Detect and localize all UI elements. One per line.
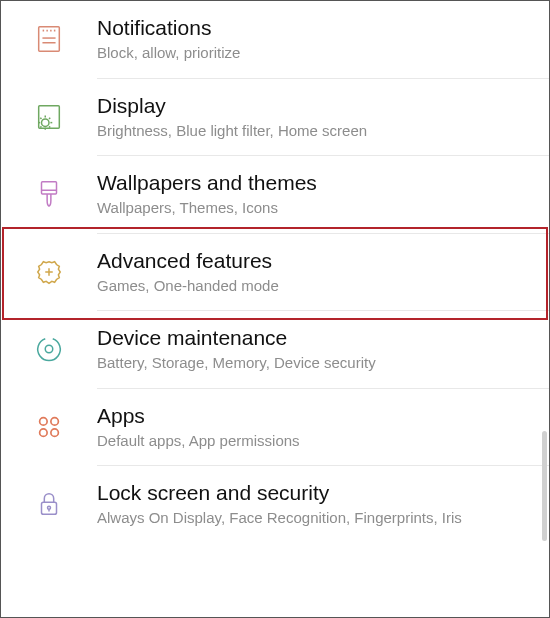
settings-item-wallpapers[interactable]: Wallpapers and themes Wallpapers, Themes… [1, 156, 549, 233]
svg-rect-26 [42, 502, 57, 514]
settings-item-advanced[interactable]: Advanced features Games, One-handed mode [1, 234, 549, 311]
settings-item-subtitle: Default apps, App permissions [97, 431, 533, 451]
settings-item-subtitle: Games, One-handed mode [97, 276, 533, 296]
power-circle-icon [1, 334, 97, 364]
settings-item-subtitle: Brightness, Blue light filter, Home scre… [97, 121, 533, 141]
svg-point-25 [51, 429, 59, 437]
paintbrush-icon [1, 179, 97, 209]
settings-item-subtitle: Block, allow, prioritize [97, 43, 533, 63]
svg-rect-0 [39, 27, 60, 51]
gear-plus-icon [1, 257, 97, 287]
settings-item-title: Wallpapers and themes [97, 170, 533, 196]
svg-rect-17 [42, 182, 57, 194]
settings-item-notifications[interactable]: Notifications Block, allow, prioritize [1, 1, 549, 78]
settings-item-title: Lock screen and security [97, 480, 533, 506]
settings-item-apps[interactable]: Apps Default apps, App permissions [1, 389, 549, 466]
svg-line-14 [49, 117, 50, 118]
svg-line-15 [40, 126, 41, 127]
settings-item-lock[interactable]: Lock screen and security Always On Displ… [1, 466, 549, 535]
svg-point-27 [48, 507, 51, 510]
scroll-indicator [542, 431, 547, 541]
svg-line-13 [40, 117, 41, 118]
display-icon [1, 102, 97, 132]
settings-item-subtitle: Always On Display, Face Recognition, Fin… [97, 508, 533, 528]
notifications-icon [1, 24, 97, 54]
svg-point-24 [40, 429, 48, 437]
settings-item-title: Device maintenance [97, 325, 533, 351]
svg-point-23 [51, 417, 59, 425]
svg-point-21 [45, 346, 53, 354]
settings-item-subtitle: Battery, Storage, Memory, Device securit… [97, 353, 533, 373]
settings-item-maintenance[interactable]: Device maintenance Battery, Storage, Mem… [1, 311, 549, 388]
settings-item-title: Advanced features [97, 248, 533, 274]
settings-list: Notifications Block, allow, prioritize D… [1, 1, 549, 535]
settings-item-title: Notifications [97, 15, 533, 41]
settings-item-title: Display [97, 93, 533, 119]
svg-point-8 [42, 119, 50, 127]
svg-point-22 [40, 417, 48, 425]
settings-item-subtitle: Wallpapers, Themes, Icons [97, 198, 533, 218]
lock-icon [1, 489, 97, 519]
svg-line-16 [49, 126, 50, 127]
settings-item-display[interactable]: Display Brightness, Blue light filter, H… [1, 79, 549, 156]
settings-item-title: Apps [97, 403, 533, 429]
apps-grid-icon [1, 412, 97, 442]
